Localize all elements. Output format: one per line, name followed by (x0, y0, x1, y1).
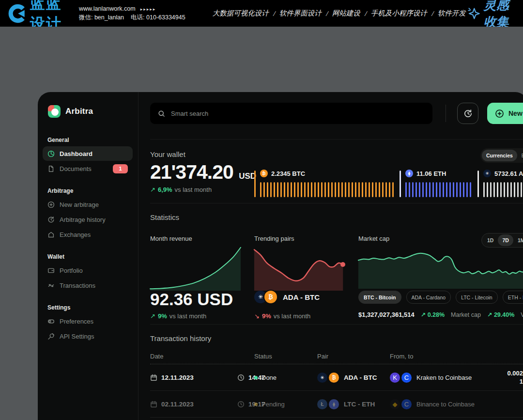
search-bar[interactable] (150, 103, 432, 124)
segment-marker (477, 171, 479, 197)
sidebar-item-portfolio[interactable]: Portfolio (43, 263, 133, 278)
range-tab-1m[interactable]: 1M (513, 234, 523, 246)
calendar-icon (150, 374, 157, 381)
col-header-from-to: From, to (390, 353, 413, 360)
table-row[interactable]: 29.10.202304:23Done✳₿ADA - BTCKCKraken t… (150, 418, 523, 420)
sidebar-item-preferences[interactable]: Preferences (43, 314, 133, 328)
trending-pairs-title: Trending pairs (254, 235, 294, 242)
sidebar-item-transactions[interactable]: Transactions (43, 278, 133, 293)
transaction-amount: 0.0000 (504, 418, 523, 420)
sidebar-item-arbitrage-history[interactable]: Arbitrage history (43, 212, 133, 227)
trend-down-icon: ↘ (254, 312, 260, 320)
app-brand-name: Arbitra (65, 107, 93, 116)
app-brand[interactable]: Arbitra (48, 105, 93, 118)
top-banner: 蓝蓝设计 www.lanlanwork.com▸▸▸▸▸ 微信: ben_lan… (0, 0, 523, 27)
col-header-pair: Pair (317, 353, 328, 360)
page-background: Arbitra GeneralDashboardDocuments1Arbitr… (0, 27, 523, 420)
sidebar-item-dashboard[interactable]: Dashboard (43, 146, 133, 161)
arbitra-logo-icon (48, 105, 61, 118)
coin-chip-ltc[interactable]: LTC - Litecoin (456, 291, 498, 304)
wallet-toggle-currencies[interactable]: Currencies (482, 150, 517, 161)
market-cap-title: Market cap (358, 235, 389, 242)
transaction-pair: ✳₿ADA - BTC (317, 364, 377, 390)
ada-coin-icon: ✳ (317, 373, 327, 383)
star-icon (466, 6, 480, 21)
history-icon (463, 109, 473, 118)
plug-icon (47, 333, 55, 340)
month-revenue-change: ↗ 9% vs last month (150, 312, 206, 320)
holding-ticks (260, 182, 398, 197)
month-revenue-title: Month revenue (150, 235, 192, 242)
nav-separator: / (431, 10, 433, 17)
wallet-balance-currency: USD (239, 171, 256, 181)
binance-coin-icon: ◆ (390, 399, 400, 409)
lanlan-logo-icon (7, 3, 27, 24)
collect-label: 灵感收集 (484, 0, 516, 31)
market-cap-range-tabs: 1D7D1M (481, 233, 523, 248)
sidebar-section-label: Arbitrage (43, 187, 133, 194)
holding-segment-eth: ⧫11.06 ETH (400, 170, 477, 197)
sidebar-section-label: General (43, 137, 133, 143)
table-row[interactable]: 02.11.202319:17PendingŁ⧫LTC - ETH◆CBinan… (150, 391, 523, 418)
holding-label: ₿2.2345 BTC (260, 170, 305, 177)
market-cap-change: ↗ 0.28% (421, 311, 445, 318)
search-input[interactable] (170, 109, 425, 118)
wallet-balance: 21'374.20 USD (150, 161, 256, 184)
holding-amount: 2.2345 BTC (271, 170, 305, 177)
sidebar-item-exchanges[interactable]: Exchanges (43, 227, 133, 242)
wallet-balance-value: 21'374.20 (150, 161, 233, 183)
sidebar-item-documents[interactable]: Documents1 (43, 161, 133, 176)
banner-nav-item[interactable]: 软件界面设计 (279, 9, 322, 17)
banner-nav-item[interactable]: 大数据可视化设计 (213, 9, 269, 17)
inspiration-collect-button[interactable]: 灵感收集 (466, 0, 516, 31)
segment-marker (400, 171, 401, 197)
ltc-coin-icon: Ł (317, 399, 327, 409)
table-row[interactable]: 12.11.202314:47Done✳₿ADA - BTCKCKraken t… (150, 364, 523, 391)
coin-chip-ada[interactable]: ADA - Cardano (406, 291, 451, 304)
volume-change-label: Volume (24h) (521, 311, 523, 318)
notification-badge: 1 (113, 164, 128, 173)
coin-chip-eth[interactable]: ETH - Ethereum (503, 291, 523, 304)
holding-label: ⧫11.06 ETH (405, 170, 446, 177)
holding-amount: 5732.61 ADA (494, 170, 523, 177)
transaction-status: Pending (254, 391, 285, 417)
trending-pairs-change: ↘ 9% vs last month (254, 312, 310, 320)
sidebar-item-api-settings[interactable]: API Settings (43, 329, 133, 343)
transfer-icon (47, 282, 55, 289)
wallet-toggle-exchanges[interactable]: Exchanges (517, 150, 523, 161)
sidebar-item-label: Portfolio (60, 267, 83, 274)
market-cap-coin-chips: BTC - BitcoinADA - CardanoLTC - Litecoin… (358, 291, 523, 304)
kraken-coin-icon: K (390, 373, 400, 383)
divider (150, 139, 523, 140)
history-button[interactable] (457, 103, 478, 124)
range-tab-1d[interactable]: 1D (483, 234, 498, 246)
sidebar-item-label: Arbitrage history (60, 216, 106, 223)
col-header-date: Date (150, 353, 163, 360)
range-tab-7d[interactable]: 7D (498, 234, 513, 246)
sidebar-item-new-arbitrage[interactable]: New arbitrage (43, 197, 133, 212)
holding-segment-ada: ✳5732.61 ADA (477, 170, 523, 197)
banner-nav: 大数据可视化设计/软件界面设计/网站建设/手机及小程序设计/软件开发 (213, 9, 466, 18)
volume-change: ↗ 29.40% (487, 311, 514, 318)
pair-coin-icons: ✳₿ (254, 290, 278, 304)
holding-ticks (405, 182, 476, 197)
banner-nav-item[interactable]: 软件开发 (438, 9, 466, 17)
btc-coin-icon: ₿ (328, 372, 340, 384)
coin-chip-btc[interactable]: BTC - Bitcoin (358, 291, 401, 304)
transaction-date: 12.11.2023 (150, 364, 194, 390)
transaction-pair: Ł⧫LTC - ETH (317, 391, 375, 417)
transaction-route: KCKraken to Coinbase (390, 418, 472, 420)
banner-phone: 电话: 010-63334945 (131, 14, 185, 21)
holding-amount: 11.06 ETH (416, 170, 446, 177)
holding-ticks (483, 182, 523, 197)
banner-nav-item[interactable]: 网站建设 (332, 9, 360, 17)
banner-website[interactable]: www.lanlanwork.com (79, 5, 136, 12)
col-header-status: Status (254, 353, 272, 360)
transactions-table-body: 12.11.202314:47Done✳₿ADA - BTCKCKraken t… (150, 364, 523, 420)
wallet-section-title: Your wallet (150, 150, 185, 158)
nav-separator: / (273, 10, 275, 17)
banner-nav-item[interactable]: 手机及小程序设计 (371, 9, 427, 17)
sidebar-item-label: Dashboard (60, 150, 92, 157)
new-arbitrage-button[interactable]: New arbitrage (487, 103, 523, 124)
plus-circle-icon (495, 109, 504, 118)
